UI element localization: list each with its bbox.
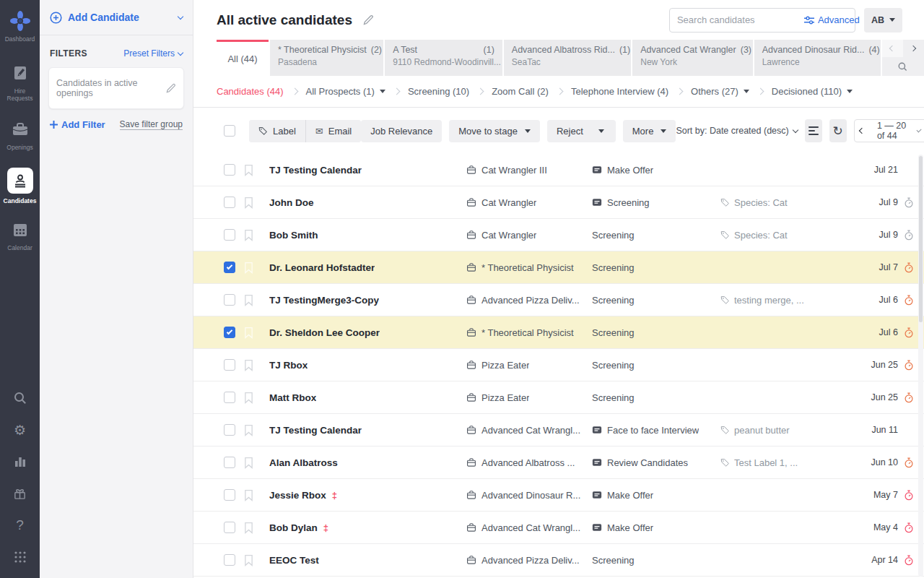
scrollbar[interactable] bbox=[918, 155, 923, 577]
select-all-checkbox[interactable] bbox=[224, 125, 235, 137]
email-button[interactable]: ✉ Email bbox=[306, 120, 361, 142]
candidate-name[interactable]: Dr. Sheldon Lee Cooper bbox=[269, 327, 380, 338]
bookmark-icon[interactable] bbox=[244, 359, 253, 371]
job-tab[interactable]: Advanced Dinosaur Rid...(4) Lawrence bbox=[754, 40, 881, 76]
row-checkbox[interactable] bbox=[224, 392, 235, 403]
list-density-button[interactable] bbox=[805, 119, 822, 142]
sidebar-item-hire-requests[interactable]: Hire Requests bbox=[0, 62, 40, 103]
row-checkbox[interactable] bbox=[224, 262, 235, 273]
table-row[interactable]: TJ Testing Calendar Cat Wrangler III Mak… bbox=[193, 154, 924, 186]
table-row[interactable]: TJ TestingMerge3-Copy Advanced Pizza Del… bbox=[193, 284, 924, 316]
stage-item[interactable]: All Prospects (1) bbox=[306, 86, 385, 97]
candidate-name[interactable]: TJ TestingMerge3-Copy bbox=[269, 295, 379, 306]
stage-item[interactable]: Screening (10) bbox=[408, 86, 469, 97]
search-input[interactable] bbox=[677, 14, 804, 25]
candidate-name[interactable]: Matt Rbox bbox=[269, 392, 316, 403]
bookmark-icon[interactable] bbox=[244, 197, 253, 209]
edit-pencil-icon[interactable] bbox=[165, 83, 176, 94]
row-checkbox[interactable] bbox=[224, 164, 235, 176]
stage-item[interactable]: Others (27) bbox=[691, 86, 749, 97]
row-checkbox[interactable] bbox=[224, 457, 235, 468]
more-button[interactable]: More bbox=[623, 120, 676, 142]
row-checkbox[interactable] bbox=[224, 554, 235, 566]
row-checkbox[interactable] bbox=[224, 197, 235, 208]
candidate-name[interactable]: Bob Dylan bbox=[269, 522, 318, 533]
table-row[interactable]: Jessie Rbox ‡ Advanced Dinosaur R... Mak… bbox=[193, 479, 924, 512]
table-row[interactable]: Bob Smith Cat Wrangler Screening Species… bbox=[193, 219, 924, 251]
candidate-name[interactable]: Alan Albatross bbox=[269, 457, 338, 468]
candidate-name[interactable]: TJ Rbox bbox=[269, 360, 308, 371]
table-row[interactable]: EEOC Test Advanced Pizza Deliv... Screen… bbox=[193, 544, 924, 577]
add-filter-button[interactable]: Add Filter bbox=[50, 119, 105, 130]
sidebar-item-candidates[interactable]: Candidates bbox=[0, 168, 40, 205]
page-range-selector[interactable]: 1 — 20 of 44 bbox=[870, 121, 924, 141]
prev-page-button[interactable] bbox=[855, 120, 870, 142]
refresh-button[interactable]: ↻ bbox=[829, 119, 847, 142]
candidate-name[interactable]: Dr. Leonard Hofstadter bbox=[269, 262, 375, 273]
row-checkbox[interactable] bbox=[224, 489, 235, 501]
label-button[interactable]: Label bbox=[249, 120, 306, 142]
table-row[interactable]: TJ Rbox Pizza Eater Screening Jun 25 bbox=[193, 349, 924, 381]
sidebar-item-dashboard[interactable]: Dashboard bbox=[0, 10, 40, 43]
advanced-search-button[interactable]: Advanced bbox=[804, 14, 860, 25]
tabs-scroll-right-button[interactable] bbox=[903, 40, 924, 57]
tabs-search-button[interactable] bbox=[882, 57, 924, 76]
row-checkbox[interactable] bbox=[224, 294, 235, 306]
settings-gear-icon[interactable]: ⚙ bbox=[9, 418, 31, 442]
bookmark-icon[interactable] bbox=[244, 327, 253, 339]
table-row[interactable]: Dr. Sheldon Lee Cooper * Theoretical Phy… bbox=[193, 316, 924, 349]
sidebar-item-calendar[interactable]: Calendar bbox=[0, 219, 40, 252]
job-tab-active[interactable]: All (44) bbox=[217, 40, 269, 76]
bookmark-icon[interactable] bbox=[244, 554, 253, 566]
candidate-name[interactable]: TJ Testing Calendar bbox=[269, 425, 362, 436]
bookmark-icon[interactable] bbox=[244, 489, 253, 501]
table-row[interactable]: Alan Albatross Advanced Albatross ... Re… bbox=[193, 447, 924, 479]
candidate-name[interactable]: TJ Testing Calendar bbox=[269, 165, 362, 176]
add-candidate-button[interactable]: Add Candidate bbox=[40, 0, 193, 35]
row-checkbox[interactable] bbox=[224, 522, 235, 533]
job-tab[interactable]: Advanced Cat Wrangler(3) New York bbox=[632, 40, 752, 76]
table-row[interactable]: John Doe Cat Wrangler Screening Species:… bbox=[193, 186, 924, 219]
stage-item[interactable]: Telephone Interview (4) bbox=[571, 86, 668, 97]
job-tab[interactable]: Advanced Albatross Rid...(1) SeaTac bbox=[504, 40, 631, 76]
stage-item[interactable]: Candidates (44) bbox=[217, 86, 284, 97]
user-menu-button[interactable]: AB bbox=[864, 8, 902, 33]
sort-by-control[interactable]: Sort by: Date created (desc) bbox=[676, 126, 797, 136]
bookmark-icon[interactable] bbox=[244, 424, 253, 436]
candidate-search-box[interactable]: Advanced bbox=[669, 8, 855, 33]
active-filter-card[interactable]: Candidates in active openings bbox=[48, 67, 184, 109]
apps-grid-icon[interactable] bbox=[9, 545, 31, 569]
scrollbar-thumb[interactable] bbox=[919, 156, 923, 322]
bookmark-icon[interactable] bbox=[244, 262, 253, 274]
edit-title-pencil-icon[interactable] bbox=[362, 14, 374, 26]
sidebar-item-openings[interactable]: Openings bbox=[0, 118, 40, 152]
job-tab[interactable]: * Theoretical Physicist(2) Pasadena bbox=[270, 40, 383, 76]
save-filter-group-link[interactable]: Save filter group bbox=[120, 119, 183, 130]
job-relevance-button[interactable]: Job Relevance bbox=[361, 120, 442, 142]
table-row[interactable]: Bob Dylan ‡ Advanced Cat Wrangl... Make … bbox=[193, 512, 924, 544]
bookmark-icon[interactable] bbox=[244, 164, 253, 176]
row-checkbox[interactable] bbox=[224, 424, 235, 436]
stage-item[interactable]: Decisioned (110) bbox=[772, 86, 853, 97]
tabs-scroll-left-button[interactable] bbox=[882, 40, 903, 57]
job-tab[interactable]: A Test(1) 9110 Redmond-Woodinvill... bbox=[385, 40, 502, 76]
search-icon[interactable] bbox=[9, 386, 31, 410]
row-checkbox[interactable] bbox=[224, 229, 235, 241]
bookmark-icon[interactable] bbox=[244, 457, 253, 469]
move-to-stage-button[interactable]: Move to stage bbox=[449, 120, 540, 142]
row-checkbox[interactable] bbox=[224, 359, 235, 371]
bookmark-icon[interactable] bbox=[244, 229, 253, 241]
candidate-name[interactable]: Bob Smith bbox=[269, 230, 318, 241]
row-checkbox[interactable] bbox=[224, 327, 235, 338]
table-row[interactable]: Matt Rbox Pizza Eater Screening Jun 25 bbox=[193, 381, 924, 414]
help-icon[interactable]: ? bbox=[9, 513, 31, 538]
reports-chart-icon[interactable] bbox=[9, 449, 31, 474]
preset-filters-button[interactable]: Preset Filters bbox=[123, 48, 183, 59]
candidate-name[interactable]: Jessie Rbox bbox=[269, 490, 326, 501]
gift-icon[interactable] bbox=[9, 481, 31, 506]
bookmark-icon[interactable] bbox=[244, 392, 253, 404]
stage-item[interactable]: Zoom Call (2) bbox=[492, 86, 549, 97]
table-row[interactable]: Dr. Leonard Hofstadter * Theoretical Phy… bbox=[193, 251, 924, 284]
bookmark-icon[interactable] bbox=[244, 294, 253, 306]
bookmark-icon[interactable] bbox=[244, 522, 253, 534]
